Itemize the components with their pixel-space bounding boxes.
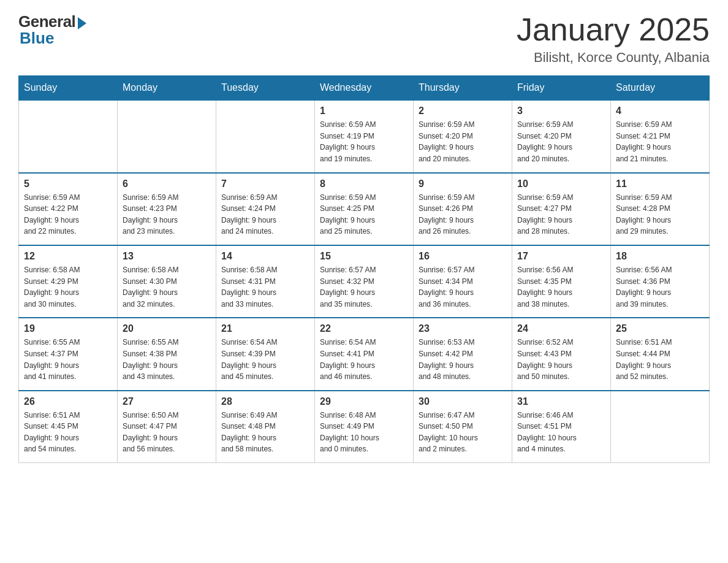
calendar-title: January 2025 [517, 12, 710, 47]
day-number: 22 [320, 323, 408, 334]
calendar-table: SundayMondayTuesdayWednesdayThursdayFrid… [18, 75, 710, 463]
logo: General Blue [18, 12, 86, 48]
day-number: 13 [123, 251, 211, 262]
day-info: Sunrise: 6:56 AM Sunset: 4:36 PM Dayligh… [616, 264, 704, 310]
calendar-cell: 15Sunrise: 6:57 AM Sunset: 4:32 PM Dayli… [315, 245, 414, 318]
day-info: Sunrise: 6:59 AM Sunset: 4:26 PM Dayligh… [419, 192, 507, 237]
day-number: 8 [320, 178, 408, 190]
calendar-cell: 12Sunrise: 6:58 AM Sunset: 4:29 PM Dayli… [19, 245, 118, 318]
day-number: 26 [24, 396, 112, 407]
day-number: 4 [616, 105, 704, 117]
day-info: Sunrise: 6:50 AM Sunset: 4:47 PM Dayligh… [123, 410, 211, 455]
calendar-cell: 30Sunrise: 6:47 AM Sunset: 4:50 PM Dayli… [414, 391, 512, 463]
day-info: Sunrise: 6:49 AM Sunset: 4:48 PM Dayligh… [221, 410, 309, 455]
calendar-cell: 3Sunrise: 6:59 AM Sunset: 4:20 PM Daylig… [512, 100, 611, 172]
calendar-cell [611, 391, 710, 463]
day-info: Sunrise: 6:57 AM Sunset: 4:34 PM Dayligh… [419, 264, 507, 310]
day-info: Sunrise: 6:58 AM Sunset: 4:29 PM Dayligh… [24, 264, 112, 310]
calendar-cell: 26Sunrise: 6:51 AM Sunset: 4:45 PM Dayli… [19, 391, 118, 463]
calendar-cell: 24Sunrise: 6:52 AM Sunset: 4:43 PM Dayli… [512, 318, 611, 390]
day-number: 7 [221, 178, 309, 190]
calendar-cell [118, 100, 216, 172]
calendar-cell: 10Sunrise: 6:59 AM Sunset: 4:27 PM Dayli… [512, 173, 611, 245]
day-info: Sunrise: 6:59 AM Sunset: 4:19 PM Dayligh… [320, 119, 408, 164]
calendar-week-row: 5Sunrise: 6:59 AM Sunset: 4:22 PM Daylig… [19, 173, 710, 245]
calendar-cell [216, 100, 315, 172]
day-number: 31 [517, 396, 605, 407]
calendar-week-row: 12Sunrise: 6:58 AM Sunset: 4:29 PM Dayli… [19, 245, 710, 318]
day-number: 5 [24, 178, 112, 190]
calendar-cell: 25Sunrise: 6:51 AM Sunset: 4:44 PM Dayli… [611, 318, 710, 390]
weekday-header-tuesday: Tuesday [216, 76, 315, 101]
calendar-cell: 28Sunrise: 6:49 AM Sunset: 4:48 PM Dayli… [216, 391, 315, 463]
day-info: Sunrise: 6:57 AM Sunset: 4:32 PM Dayligh… [320, 264, 408, 310]
day-info: Sunrise: 6:59 AM Sunset: 4:24 PM Dayligh… [221, 192, 309, 237]
day-info: Sunrise: 6:51 AM Sunset: 4:45 PM Dayligh… [24, 410, 112, 455]
calendar-week-row: 19Sunrise: 6:55 AM Sunset: 4:37 PM Dayli… [19, 318, 710, 390]
day-number: 10 [517, 178, 605, 190]
day-number: 18 [616, 251, 704, 262]
calendar-body: 1Sunrise: 6:59 AM Sunset: 4:19 PM Daylig… [19, 100, 710, 462]
day-info: Sunrise: 6:58 AM Sunset: 4:30 PM Dayligh… [123, 264, 211, 310]
day-info: Sunrise: 6:59 AM Sunset: 4:21 PM Dayligh… [616, 119, 704, 164]
day-number: 29 [320, 396, 408, 407]
calendar-cell: 18Sunrise: 6:56 AM Sunset: 4:36 PM Dayli… [611, 245, 710, 318]
weekday-header-sunday: Sunday [19, 76, 118, 101]
day-info: Sunrise: 6:47 AM Sunset: 4:50 PM Dayligh… [419, 410, 507, 455]
day-info: Sunrise: 6:46 AM Sunset: 4:51 PM Dayligh… [517, 410, 605, 455]
weekday-header-row: SundayMondayTuesdayWednesdayThursdayFrid… [19, 76, 710, 101]
day-number: 6 [123, 178, 211, 190]
day-info: Sunrise: 6:54 AM Sunset: 4:39 PM Dayligh… [221, 337, 309, 382]
day-info: Sunrise: 6:59 AM Sunset: 4:23 PM Dayligh… [123, 192, 211, 237]
day-number: 11 [616, 178, 704, 190]
calendar-cell: 16Sunrise: 6:57 AM Sunset: 4:34 PM Dayli… [414, 245, 512, 318]
calendar-cell: 29Sunrise: 6:48 AM Sunset: 4:49 PM Dayli… [315, 391, 414, 463]
weekday-header-monday: Monday [118, 76, 216, 101]
day-info: Sunrise: 6:56 AM Sunset: 4:35 PM Dayligh… [517, 264, 605, 310]
day-number: 24 [517, 323, 605, 334]
calendar-cell: 7Sunrise: 6:59 AM Sunset: 4:24 PM Daylig… [216, 173, 315, 245]
day-number: 25 [616, 323, 704, 334]
day-number: 9 [419, 178, 507, 190]
weekday-header-friday: Friday [512, 76, 611, 101]
day-info: Sunrise: 6:59 AM Sunset: 4:20 PM Dayligh… [517, 119, 605, 164]
calendar-cell: 6Sunrise: 6:59 AM Sunset: 4:23 PM Daylig… [118, 173, 216, 245]
weekday-header-thursday: Thursday [414, 76, 512, 101]
calendar-cell: 19Sunrise: 6:55 AM Sunset: 4:37 PM Dayli… [19, 318, 118, 390]
day-number: 27 [123, 396, 211, 407]
day-info: Sunrise: 6:59 AM Sunset: 4:25 PM Dayligh… [320, 192, 408, 237]
calendar-cell [19, 100, 118, 172]
day-info: Sunrise: 6:54 AM Sunset: 4:41 PM Dayligh… [320, 337, 408, 382]
day-number: 28 [221, 396, 309, 407]
day-info: Sunrise: 6:51 AM Sunset: 4:44 PM Dayligh… [616, 337, 704, 382]
calendar-cell: 17Sunrise: 6:56 AM Sunset: 4:35 PM Dayli… [512, 245, 611, 318]
calendar-cell: 11Sunrise: 6:59 AM Sunset: 4:28 PM Dayli… [611, 173, 710, 245]
day-number: 30 [419, 396, 507, 407]
day-number: 16 [419, 251, 507, 262]
calendar-cell: 22Sunrise: 6:54 AM Sunset: 4:41 PM Dayli… [315, 318, 414, 390]
calendar-cell: 9Sunrise: 6:59 AM Sunset: 4:26 PM Daylig… [414, 173, 512, 245]
calendar-header: SundayMondayTuesdayWednesdayThursdayFrid… [19, 76, 710, 101]
day-info: Sunrise: 6:52 AM Sunset: 4:43 PM Dayligh… [517, 337, 605, 382]
calendar-cell: 2Sunrise: 6:59 AM Sunset: 4:20 PM Daylig… [414, 100, 512, 172]
weekday-header-saturday: Saturday [611, 76, 710, 101]
day-number: 17 [517, 251, 605, 262]
day-info: Sunrise: 6:55 AM Sunset: 4:38 PM Dayligh… [123, 337, 211, 382]
calendar-cell: 5Sunrise: 6:59 AM Sunset: 4:22 PM Daylig… [19, 173, 118, 245]
calendar-cell: 27Sunrise: 6:50 AM Sunset: 4:47 PM Dayli… [118, 391, 216, 463]
day-number: 23 [419, 323, 507, 334]
calendar-cell: 4Sunrise: 6:59 AM Sunset: 4:21 PM Daylig… [611, 100, 710, 172]
calendar-cell: 31Sunrise: 6:46 AM Sunset: 4:51 PM Dayli… [512, 391, 611, 463]
day-number: 14 [221, 251, 309, 262]
day-number: 1 [320, 105, 408, 117]
day-info: Sunrise: 6:48 AM Sunset: 4:49 PM Dayligh… [320, 410, 408, 455]
day-info: Sunrise: 6:55 AM Sunset: 4:37 PM Dayligh… [24, 337, 112, 382]
day-info: Sunrise: 6:59 AM Sunset: 4:27 PM Dayligh… [517, 192, 605, 237]
logo-blue-text: Blue [20, 29, 54, 48]
calendar-title-block: January 2025 Bilisht, Korce County, Alba… [517, 12, 710, 66]
day-info: Sunrise: 6:58 AM Sunset: 4:31 PM Dayligh… [221, 264, 309, 310]
day-info: Sunrise: 6:59 AM Sunset: 4:20 PM Dayligh… [419, 119, 507, 164]
calendar-cell: 21Sunrise: 6:54 AM Sunset: 4:39 PM Dayli… [216, 318, 315, 390]
page-header: General Blue January 2025 Bilisht, Korce… [18, 12, 710, 66]
weekday-header-wednesday: Wednesday [315, 76, 414, 101]
